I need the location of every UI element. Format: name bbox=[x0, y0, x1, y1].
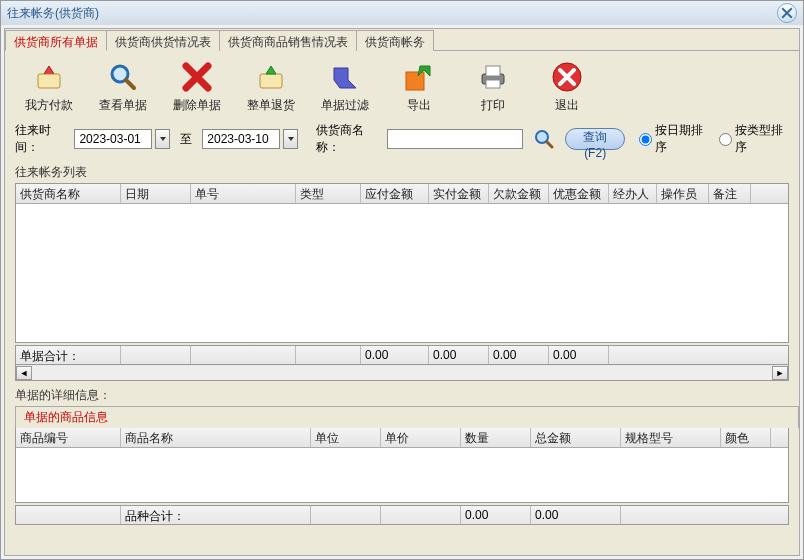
totals2-c2 bbox=[381, 506, 461, 524]
return-button[interactable]: 整单退货 bbox=[243, 59, 299, 114]
col-owed[interactable]: 欠款金额 bbox=[489, 184, 549, 203]
col-unit[interactable]: 单位 bbox=[311, 428, 381, 447]
export-button[interactable]: 导出 bbox=[391, 59, 447, 114]
exit-button[interactable]: 退出 bbox=[539, 59, 595, 114]
supplier-label: 供货商名称： bbox=[316, 122, 382, 156]
detail-label: 单据的详细信息： bbox=[5, 381, 799, 406]
sort-group: 按日期排序 按类型排序 bbox=[639, 122, 789, 156]
tab-accounts[interactable]: 供货商帐务 bbox=[356, 30, 434, 51]
filter-icon bbox=[327, 59, 363, 95]
search-icon[interactable] bbox=[533, 127, 555, 151]
totals1-label: 单据合计： bbox=[16, 346, 121, 364]
pay-label: 我方付款 bbox=[25, 97, 73, 114]
print-label: 打印 bbox=[481, 97, 505, 114]
svg-rect-4 bbox=[406, 72, 424, 90]
titlebar: 往来帐务(供货商) bbox=[1, 1, 803, 25]
col-total[interactable]: 总金额 bbox=[531, 428, 621, 447]
col-supplier[interactable]: 供货商名称 bbox=[16, 184, 121, 203]
col-discount[interactable]: 优惠金额 bbox=[549, 184, 609, 203]
col-paid[interactable]: 实付金额 bbox=[429, 184, 489, 203]
chevron-down-icon bbox=[159, 135, 167, 143]
totals-bar-2: 品种合计： 0.00 0.00 bbox=[15, 505, 789, 525]
export-icon bbox=[401, 59, 437, 95]
print-icon bbox=[475, 59, 511, 95]
tab-supply-status[interactable]: 供货商供货情况表 bbox=[106, 30, 220, 51]
col-remark[interactable]: 备注 bbox=[709, 184, 751, 203]
sort-by-type-radio[interactable]: 按类型排序 bbox=[719, 122, 789, 156]
col-goods-name[interactable]: 商品名称 bbox=[121, 428, 311, 447]
col-spec[interactable]: 规格型号 bbox=[621, 428, 721, 447]
totals2-blank bbox=[16, 506, 121, 524]
close-icon bbox=[781, 7, 793, 19]
date-to-input[interactable] bbox=[202, 129, 280, 149]
col-handler[interactable]: 经办人 bbox=[609, 184, 657, 203]
col-type[interactable]: 类型 bbox=[296, 184, 361, 203]
date-from-input[interactable] bbox=[74, 129, 152, 149]
date-to-dropdown[interactable] bbox=[283, 129, 298, 149]
totals1-c2 bbox=[191, 346, 296, 364]
pay-button[interactable]: 我方付款 bbox=[21, 59, 77, 114]
totals2-qty: 0.00 bbox=[461, 506, 531, 524]
filter-label: 单据过滤 bbox=[321, 97, 369, 114]
view-button[interactable]: 查看单据 bbox=[95, 59, 151, 114]
col-price[interactable]: 单价 bbox=[381, 428, 461, 447]
totals1-payable: 0.00 bbox=[361, 346, 429, 364]
supplier-name-input[interactable] bbox=[387, 129, 523, 149]
col-payable[interactable]: 应付金额 bbox=[361, 184, 429, 203]
window-title: 往来帐务(供货商) bbox=[7, 5, 99, 22]
close-button[interactable] bbox=[777, 3, 797, 23]
svg-rect-3 bbox=[260, 74, 282, 88]
col-qty[interactable]: 数量 bbox=[461, 428, 531, 447]
col-operator[interactable]: 操作员 bbox=[657, 184, 709, 203]
h-scrollbar[interactable]: ◄ ► bbox=[15, 365, 789, 381]
date-from-dropdown[interactable] bbox=[155, 129, 170, 149]
return-label: 整单退货 bbox=[247, 97, 295, 114]
sort-by-date-radio[interactable]: 按日期排序 bbox=[639, 122, 709, 156]
export-label: 导出 bbox=[407, 97, 431, 114]
totals1-c1 bbox=[121, 346, 191, 364]
pay-icon bbox=[31, 59, 67, 95]
scroll-left-button[interactable]: ◄ bbox=[16, 366, 32, 380]
query-button[interactable]: 查询(F2) bbox=[565, 128, 625, 150]
return-icon bbox=[253, 59, 289, 95]
goods-grid[interactable]: 商品编号 商品名称 单位 单价 数量 总金额 规格型号 颜色 bbox=[15, 427, 789, 503]
svg-line-2 bbox=[126, 80, 134, 88]
svg-rect-0 bbox=[38, 74, 60, 88]
to-label: 至 bbox=[180, 131, 192, 148]
app-window: 往来帐务(供货商) 供货商所有单据 供货商供货情况表 供货商商品销售情况表 供货… bbox=[0, 0, 804, 560]
delete-button[interactable]: 删除单据 bbox=[169, 59, 225, 114]
time-label: 往来时间： bbox=[15, 122, 70, 156]
tab-all-bills[interactable]: 供货商所有单据 bbox=[5, 30, 107, 51]
col-color[interactable]: 颜色 bbox=[721, 428, 771, 447]
grid1-header: 供货商名称 日期 单号 类型 应付金额 实付金额 欠款金额 优惠金额 经办人 操… bbox=[16, 184, 788, 204]
print-button[interactable]: 打印 bbox=[465, 59, 521, 114]
col-goods-id[interactable]: 商品编号 bbox=[16, 428, 121, 447]
svg-rect-7 bbox=[486, 80, 500, 88]
col-date[interactable]: 日期 bbox=[121, 184, 191, 203]
tab-bar: 供货商所有单据 供货商供货情况表 供货商商品销售情况表 供货商帐务 bbox=[5, 29, 799, 51]
totals1-discount: 0.00 bbox=[549, 346, 609, 364]
scroll-right-button[interactable]: ► bbox=[772, 366, 788, 380]
totals1-owed: 0.00 bbox=[489, 346, 549, 364]
totals1-paid: 0.00 bbox=[429, 346, 489, 364]
main-panel: 供货商所有单据 供货商供货情况表 供货商商品销售情况表 供货商帐务 我方付款 查… bbox=[4, 28, 800, 556]
totals2-label: 品种合计： bbox=[121, 506, 311, 524]
list-section-title: 往来帐务列表 bbox=[5, 162, 799, 181]
chevron-down-icon bbox=[287, 135, 295, 143]
magnifier-icon bbox=[105, 59, 141, 95]
tab-sales-status[interactable]: 供货商商品销售情况表 bbox=[219, 30, 357, 51]
totals1-c3 bbox=[296, 346, 361, 364]
transaction-grid[interactable]: 供货商名称 日期 单号 类型 应付金额 实付金额 欠款金额 优惠金额 经办人 操… bbox=[15, 183, 789, 343]
svg-rect-6 bbox=[486, 66, 500, 76]
view-label: 查看单据 bbox=[99, 97, 147, 114]
exit-label: 退出 bbox=[555, 97, 579, 114]
cross-icon bbox=[179, 59, 215, 95]
subtab-goods-info[interactable]: 单据的商品信息 bbox=[15, 406, 799, 428]
filter-button[interactable]: 单据过滤 bbox=[317, 59, 373, 114]
scroll-track[interactable] bbox=[32, 366, 772, 380]
totals2-c1 bbox=[311, 506, 381, 524]
col-billno[interactable]: 单号 bbox=[191, 184, 296, 203]
totals-bar-1: 单据合计： 0.00 0.00 0.00 0.00 bbox=[15, 345, 789, 365]
filter-bar: 往来时间： 至 供货商名称： 查询(F2) 按日期排序 按类型排序 bbox=[5, 118, 799, 162]
toolbar: 我方付款 查看单据 删除单据 整单退货 单据过滤 导出 bbox=[5, 51, 799, 118]
